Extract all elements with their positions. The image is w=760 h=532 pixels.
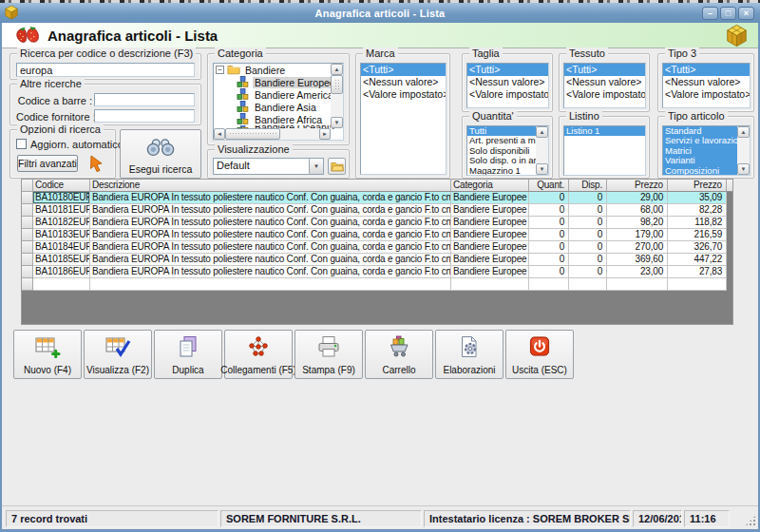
table-row[interactable]: BA10182EUR Bandiera EUROPA In tessuto po… xyxy=(22,217,732,229)
column-header-prezzo1[interactable]: Prezzo xyxy=(607,180,668,192)
nuovo-button[interactable]: Nuovo (F4) xyxy=(13,330,82,379)
column-header-disp[interactable]: Disp. xyxy=(569,180,607,192)
tree-node[interactable]: Bandiere Europee xyxy=(214,76,343,88)
list-item[interactable]: <Valore impostato> xyxy=(564,88,645,101)
scroll-up-icon[interactable]: ▲ xyxy=(737,126,750,138)
results-grid: Codice Descrizione Categoria Quant. Disp… xyxy=(21,179,733,325)
scrollbar-thumb[interactable] xyxy=(331,75,343,94)
table-row[interactable]: BA10180EUR Bandiera EUROPA In tessuto po… xyxy=(22,192,732,204)
list-item[interactable]: <Valore impostato> xyxy=(663,88,750,101)
visualizza-button[interactable]: Visualizza (F2) xyxy=(84,330,152,379)
scroll-down-icon[interactable]: ▼ xyxy=(331,117,343,128)
list-item[interactable]: <Tutti> xyxy=(663,64,750,76)
list-item[interactable]: Listino 1 xyxy=(564,126,645,136)
column-header-categoria[interactable]: Categoria xyxy=(451,180,529,192)
scroll-right-icon[interactable]: ► xyxy=(319,128,331,140)
maximize-button[interactable]: □ xyxy=(720,7,736,20)
column-header-prezzo2[interactable]: Prezzo xyxy=(668,180,727,192)
table-row[interactable]: BA10185EUR Bandiera EUROPA In tessuto po… xyxy=(22,254,732,266)
list-item[interactable]: Solo disp. o in arrivo xyxy=(467,156,536,165)
list-item[interactable]: Composizioni xyxy=(663,166,737,176)
hand-pointer-icon[interactable] xyxy=(86,154,107,177)
row-selector[interactable] xyxy=(22,204,33,217)
column-header-descrizione[interactable]: Descrizione xyxy=(90,180,451,192)
supplier-input[interactable] xyxy=(94,109,195,123)
collapse-icon[interactable]: − xyxy=(216,66,224,74)
elaborazioni-button[interactable]: Elaborazioni xyxy=(435,330,504,379)
table-row[interactable]: BA10181EUR Bandiera EUROPA In tessuto po… xyxy=(22,204,732,217)
chevron-down-icon[interactable]: ▼ xyxy=(309,159,323,174)
row-selector[interactable] xyxy=(22,192,33,204)
tree-node-root[interactable]: − Bandiere xyxy=(214,64,343,76)
scrollbar-thumb[interactable] xyxy=(225,128,280,140)
list-item[interactable]: <Tutti> xyxy=(361,64,446,76)
table-row[interactable]: BA10186EUR Bandiera EUROPA In tessuto po… xyxy=(22,266,732,278)
list-item[interactable]: Standard xyxy=(663,126,737,136)
row-selector[interactable] xyxy=(22,254,33,266)
scroll-down-icon[interactable]: ▼ xyxy=(536,163,548,175)
list-item[interactable]: <Nessun valore> xyxy=(564,76,645,88)
list-item[interactable]: Matrici xyxy=(663,146,737,156)
column-header-quant[interactable]: Quant. xyxy=(529,180,569,192)
row-selector[interactable] xyxy=(22,241,33,254)
run-search-button[interactable]: Esegui ricerca xyxy=(120,129,201,179)
auto-refresh-checkbox[interactable] xyxy=(16,139,27,149)
list-item[interactable]: <Tutti> xyxy=(467,64,548,76)
tipo-articolo-scrollbar[interactable]: ▲ ▼ xyxy=(737,126,750,175)
barcode-input[interactable] xyxy=(94,93,195,106)
list-item[interactable]: Art. presenti a magazzino xyxy=(467,136,536,145)
tipo-articolo-listbox[interactable]: StandardServizi e lavorazioniMatriciVari… xyxy=(662,125,750,176)
category-tree[interactable]: − Bandiere Bandiere Europee xyxy=(213,63,344,141)
search-input[interactable]: europa xyxy=(16,63,195,77)
scrollbar-track[interactable] xyxy=(737,138,750,163)
row-selector[interactable] xyxy=(22,217,33,229)
list-item[interactable]: Magazzino 1 xyxy=(467,166,536,176)
quantita-scrollbar[interactable]: ▲ ▼ xyxy=(536,126,548,175)
table-row[interactable]: BA10184EUR Bandiera EUROPA In tessuto po… xyxy=(22,241,732,254)
list-item[interactable]: Servizi e lavorazioni xyxy=(663,136,737,145)
tree-vertical-scrollbar[interactable]: ▲ ▼ xyxy=(331,64,343,128)
view-dropdown[interactable]: Default ▼ xyxy=(213,158,324,175)
resize-grip[interactable] xyxy=(745,515,756,526)
tree-node[interactable]: Bandiere Asia xyxy=(214,101,343,113)
carrello-button[interactable]: Carrello xyxy=(365,330,433,379)
tree-node[interactable]: Bandiere America xyxy=(214,88,343,101)
open-view-button[interactable] xyxy=(328,158,346,175)
scrollbar-track[interactable] xyxy=(331,94,343,117)
marca-listbox[interactable]: <Tutti><Nessun valore><Valore impostato> xyxy=(360,63,446,175)
row-selector-header[interactable] xyxy=(22,180,33,192)
minimize-button[interactable]: – xyxy=(702,7,718,20)
scroll-up-icon[interactable]: ▲ xyxy=(331,64,343,75)
list-item[interactable]: <Nessun valore> xyxy=(467,76,548,88)
list-item[interactable]: <Nessun valore> xyxy=(663,76,750,88)
collegamenti-button[interactable]: Collegamenti (F5) xyxy=(224,330,293,379)
list-item[interactable]: Tutti xyxy=(467,126,536,136)
table-row[interactable]: BA10183EUR Bandiera EUROPA In tessuto po… xyxy=(22,229,732,241)
scroll-down-icon[interactable]: ▼ xyxy=(737,163,750,175)
taglia-listbox[interactable]: <Tutti><Nessun valore><Valore impostato> xyxy=(466,63,549,108)
tessuto-listbox[interactable]: <Tutti><Nessun valore><Valore impostato> xyxy=(563,63,646,108)
scroll-up-icon[interactable]: ▲ xyxy=(536,126,548,138)
listino-listbox[interactable]: Listino 1 xyxy=(563,125,646,176)
list-item[interactable]: Varianti xyxy=(663,156,737,165)
stampa-button[interactable]: Stampa (F9) xyxy=(294,330,363,379)
column-header-codice[interactable]: Codice xyxy=(33,180,90,192)
list-item[interactable]: <Valore impostato> xyxy=(467,88,548,101)
advanced-filters-button[interactable]: Filtri avanzati xyxy=(17,155,78,172)
quantita-listbox[interactable]: TuttiArt. presenti a magazzinoSolo dispo… xyxy=(466,125,549,176)
scrollbar-track[interactable] xyxy=(280,128,319,140)
row-selector[interactable] xyxy=(22,229,33,241)
uscita-button[interactable]: Uscita (ESC) xyxy=(505,330,574,379)
tree-horizontal-scrollbar[interactable]: ◄ ► xyxy=(214,128,331,140)
list-item[interactable]: Solo disponibili xyxy=(467,146,536,156)
duplica-button[interactable]: Duplica xyxy=(154,330,222,379)
tree-node[interactable]: Bandiere Africa xyxy=(214,113,343,125)
scroll-left-icon[interactable]: ◄ xyxy=(214,128,225,140)
list-item[interactable]: <Valore impostato> xyxy=(361,88,446,101)
list-item[interactable]: <Tutti> xyxy=(564,64,645,76)
tipo3-listbox[interactable]: <Tutti><Nessun valore><Valore impostato> xyxy=(662,63,750,108)
row-selector[interactable] xyxy=(22,266,33,278)
close-button[interactable]: × xyxy=(738,7,754,20)
list-item[interactable]: <Nessun valore> xyxy=(361,76,446,88)
scrollbar-track[interactable] xyxy=(536,138,548,163)
